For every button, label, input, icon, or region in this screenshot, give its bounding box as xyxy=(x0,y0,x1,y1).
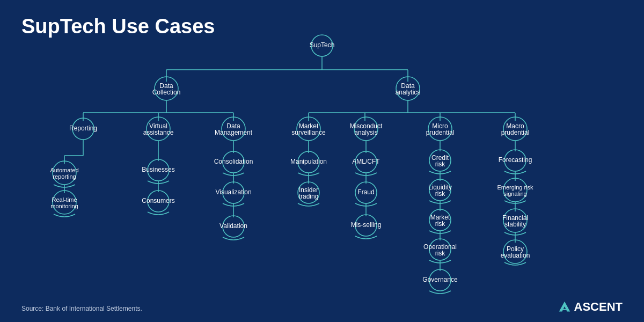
manipulation-label: Manipulation xyxy=(290,158,327,165)
market-risk-label2: risk xyxy=(435,220,446,228)
misconduct-analysis-label2: analysis xyxy=(354,129,377,136)
forecasting-label: Forecasting xyxy=(499,156,532,164)
macro-prudential-label2: prudential xyxy=(501,129,530,136)
automated-reporting-label: Automated xyxy=(50,167,78,173)
governance-label: Governance xyxy=(422,276,458,283)
realtime-monitoring-label: Real-time xyxy=(52,196,77,203)
emerging-risk-label2: signaling xyxy=(503,191,526,197)
aml-cft-label: AML/CFT xyxy=(352,158,380,165)
credit-risk-label2: risk xyxy=(435,160,446,168)
operational-risk-label2: risk xyxy=(435,250,446,257)
virtual-assistance-label2: assistance xyxy=(143,129,174,136)
reporting-label: Reporting xyxy=(69,125,97,132)
fraud-label: Fraud xyxy=(357,188,374,196)
micro-prudential-label2: prudential xyxy=(426,129,455,136)
automated-reporting-label2: reporting xyxy=(53,173,76,180)
consumers-label: Consumers xyxy=(142,197,174,204)
tree-diagram: SupTech Data Collection Data analytics R… xyxy=(0,0,644,322)
policy-evaluation-label2: evaluation xyxy=(501,252,530,259)
market-surveillance-label2: surveillance xyxy=(291,129,326,136)
validation-label: Validation xyxy=(219,222,247,230)
insider-trading-label2: trading xyxy=(299,193,319,200)
mis-selling-label: Mis-selling xyxy=(351,221,382,229)
realtime-monitoring-label2: monitoring xyxy=(50,203,78,209)
businesses-label: Businesses xyxy=(142,166,174,173)
data-collection-label2: Collection xyxy=(152,89,181,96)
data-management-label2: Management xyxy=(215,129,253,136)
liquidity-risk-label2: risk xyxy=(435,190,446,197)
root-label: SupTech xyxy=(310,41,335,49)
financial-stability-label2: stability xyxy=(504,221,526,228)
data-analytics-label2: analytics xyxy=(396,89,421,96)
emerging-risk-label: Emerging risk xyxy=(497,184,533,191)
visualization-label: Visualization xyxy=(215,188,251,196)
consolidation-label: Consolidation xyxy=(214,158,253,165)
